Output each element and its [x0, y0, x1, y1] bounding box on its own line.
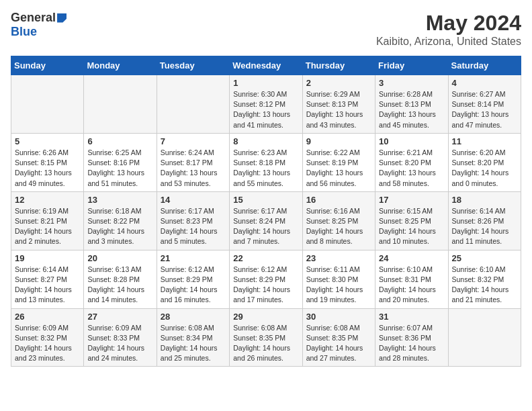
calendar-day-28: 28Sunrise: 6:08 AMSunset: 8:34 PMDayligh…	[157, 308, 229, 367]
header-day-thursday: Thursday	[302, 56, 375, 75]
day-number: 24	[379, 253, 444, 263]
calendar-day-27: 27Sunrise: 6:09 AMSunset: 8:33 PMDayligh…	[84, 308, 157, 367]
day-info: Sunrise: 6:12 AMSunset: 8:29 PMDaylight:…	[233, 265, 298, 306]
calendar-day-23: 23Sunrise: 6:11 AMSunset: 8:30 PMDayligh…	[302, 250, 375, 308]
day-number: 30	[306, 312, 371, 322]
calendar-day-4: 4Sunrise: 6:27 AMSunset: 8:14 PMDaylight…	[448, 75, 521, 134]
calendar-week-5: 26Sunrise: 6:09 AMSunset: 8:32 PMDayligh…	[11, 308, 521, 367]
calendar-day-19: 19Sunrise: 6:14 AMSunset: 8:27 PMDayligh…	[11, 250, 84, 308]
calendar-day-7: 7Sunrise: 6:24 AMSunset: 8:17 PMDaylight…	[157, 133, 229, 191]
day-info: Sunrise: 6:14 AMSunset: 8:27 PMDaylight:…	[15, 265, 80, 306]
day-info: Sunrise: 6:12 AMSunset: 8:29 PMDaylight:…	[161, 265, 226, 306]
day-info: Sunrise: 6:19 AMSunset: 8:21 PMDaylight:…	[15, 206, 80, 247]
day-number: 3	[379, 78, 444, 88]
day-info: Sunrise: 6:10 AMSunset: 8:32 PMDaylight:…	[452, 265, 517, 306]
day-info: Sunrise: 6:15 AMSunset: 8:25 PMDaylight:…	[379, 206, 444, 247]
day-info: Sunrise: 6:22 AMSunset: 8:19 PMDaylight:…	[306, 148, 371, 189]
calendar-day-17: 17Sunrise: 6:15 AMSunset: 8:25 PMDayligh…	[375, 191, 448, 250]
day-info: Sunrise: 6:13 AMSunset: 8:28 PMDaylight:…	[87, 265, 152, 306]
logo-icon	[57, 13, 66, 23]
day-number: 17	[379, 195, 444, 205]
calendar-week-3: 12Sunrise: 6:19 AMSunset: 8:21 PMDayligh…	[11, 191, 521, 250]
day-number: 1	[233, 78, 298, 88]
calendar-day-3: 3Sunrise: 6:28 AMSunset: 8:13 PMDaylight…	[375, 75, 448, 134]
calendar-day-11: 11Sunrise: 6:20 AMSunset: 8:20 PMDayligh…	[448, 133, 521, 191]
calendar-day-16: 16Sunrise: 6:16 AMSunset: 8:25 PMDayligh…	[302, 191, 375, 250]
calendar-day-14: 14Sunrise: 6:17 AMSunset: 8:23 PMDayligh…	[157, 191, 229, 250]
calendar-day-26: 26Sunrise: 6:09 AMSunset: 8:32 PMDayligh…	[11, 308, 84, 367]
day-info: Sunrise: 6:14 AMSunset: 8:26 PMDaylight:…	[452, 206, 517, 247]
day-info: Sunrise: 6:08 AMSunset: 8:34 PMDaylight:…	[161, 323, 226, 364]
day-info: Sunrise: 6:18 AMSunset: 8:22 PMDaylight:…	[87, 206, 152, 247]
header: General Blue May 2024 Kaibito, Arizona, …	[11, 11, 521, 48]
day-info: Sunrise: 6:29 AMSunset: 8:13 PMDaylight:…	[306, 89, 371, 130]
day-number: 29	[233, 312, 298, 322]
header-day-saturday: Saturday	[448, 56, 521, 75]
header-day-friday: Friday	[375, 56, 448, 75]
day-number: 2	[306, 78, 371, 88]
empty-cell	[84, 75, 157, 134]
day-info: Sunrise: 6:08 AMSunset: 8:35 PMDaylight:…	[233, 323, 298, 364]
day-number: 13	[87, 195, 152, 205]
day-number: 11	[452, 136, 517, 146]
day-info: Sunrise: 6:07 AMSunset: 8:36 PMDaylight:…	[379, 323, 444, 364]
header-day-sunday: Sunday	[11, 56, 84, 75]
calendar-day-2: 2Sunrise: 6:29 AMSunset: 8:13 PMDaylight…	[302, 75, 375, 134]
day-info: Sunrise: 6:09 AMSunset: 8:32 PMDaylight:…	[15, 323, 80, 364]
day-number: 5	[15, 136, 80, 146]
day-number: 23	[306, 253, 371, 263]
header-day-monday: Monday	[84, 56, 157, 75]
day-number: 6	[87, 136, 152, 146]
day-number: 8	[233, 136, 298, 146]
day-info: Sunrise: 6:23 AMSunset: 8:18 PMDaylight:…	[233, 148, 298, 189]
logo: General Blue	[11, 11, 66, 39]
day-info: Sunrise: 6:30 AMSunset: 8:12 PMDaylight:…	[233, 89, 298, 130]
day-number: 10	[379, 136, 444, 146]
day-number: 14	[161, 195, 226, 205]
main-title: May 2024	[376, 11, 521, 36]
calendar-week-2: 5Sunrise: 6:26 AMSunset: 8:15 PMDaylight…	[11, 133, 521, 191]
day-info: Sunrise: 6:25 AMSunset: 8:16 PMDaylight:…	[87, 148, 152, 189]
logo-general: General	[11, 11, 56, 25]
calendar-day-10: 10Sunrise: 6:21 AMSunset: 8:20 PMDayligh…	[375, 133, 448, 191]
calendar-day-24: 24Sunrise: 6:10 AMSunset: 8:31 PMDayligh…	[375, 250, 448, 308]
empty-cell	[11, 75, 84, 134]
day-number: 31	[379, 312, 444, 322]
day-number: 20	[87, 253, 152, 263]
day-number: 27	[87, 312, 152, 322]
calendar-day-22: 22Sunrise: 6:12 AMSunset: 8:29 PMDayligh…	[230, 250, 302, 308]
calendar-day-1: 1Sunrise: 6:30 AMSunset: 8:12 PMDaylight…	[230, 75, 302, 134]
calendar-header-row: SundayMondayTuesdayWednesdayThursdayFrid…	[11, 56, 521, 75]
calendar-day-13: 13Sunrise: 6:18 AMSunset: 8:22 PMDayligh…	[84, 191, 157, 250]
calendar-day-15: 15Sunrise: 6:17 AMSunset: 8:24 PMDayligh…	[230, 191, 302, 250]
calendar-day-21: 21Sunrise: 6:12 AMSunset: 8:29 PMDayligh…	[157, 250, 229, 308]
day-number: 7	[161, 136, 226, 146]
calendar-day-20: 20Sunrise: 6:13 AMSunset: 8:28 PMDayligh…	[84, 250, 157, 308]
calendar-day-29: 29Sunrise: 6:08 AMSunset: 8:35 PMDayligh…	[230, 308, 302, 367]
logo-blue: Blue	[11, 25, 37, 39]
day-number: 9	[306, 136, 371, 146]
calendar-day-12: 12Sunrise: 6:19 AMSunset: 8:21 PMDayligh…	[11, 191, 84, 250]
day-info: Sunrise: 6:28 AMSunset: 8:13 PMDaylight:…	[379, 89, 444, 130]
calendar-day-8: 8Sunrise: 6:23 AMSunset: 8:18 PMDaylight…	[230, 133, 302, 191]
day-number: 19	[15, 253, 80, 263]
empty-cell	[157, 75, 229, 134]
day-number: 22	[233, 253, 298, 263]
day-info: Sunrise: 6:11 AMSunset: 8:30 PMDaylight:…	[306, 265, 371, 306]
calendar: SundayMondayTuesdayWednesdayThursdayFrid…	[11, 56, 521, 367]
day-number: 15	[233, 195, 298, 205]
day-info: Sunrise: 6:27 AMSunset: 8:14 PMDaylight:…	[452, 89, 517, 130]
day-info: Sunrise: 6:10 AMSunset: 8:31 PMDaylight:…	[379, 265, 444, 306]
calendar-day-5: 5Sunrise: 6:26 AMSunset: 8:15 PMDaylight…	[11, 133, 84, 191]
day-info: Sunrise: 6:09 AMSunset: 8:33 PMDaylight:…	[87, 323, 152, 364]
day-number: 28	[161, 312, 226, 322]
calendar-day-30: 30Sunrise: 6:08 AMSunset: 8:35 PMDayligh…	[302, 308, 375, 367]
calendar-day-25: 25Sunrise: 6:10 AMSunset: 8:32 PMDayligh…	[448, 250, 521, 308]
day-info: Sunrise: 6:24 AMSunset: 8:17 PMDaylight:…	[161, 148, 226, 189]
day-info: Sunrise: 6:08 AMSunset: 8:35 PMDaylight:…	[306, 323, 371, 364]
calendar-day-9: 9Sunrise: 6:22 AMSunset: 8:19 PMDaylight…	[302, 133, 375, 191]
calendar-week-1: 1Sunrise: 6:30 AMSunset: 8:12 PMDaylight…	[11, 75, 521, 134]
day-info: Sunrise: 6:17 AMSunset: 8:23 PMDaylight:…	[161, 206, 226, 247]
day-info: Sunrise: 6:26 AMSunset: 8:15 PMDaylight:…	[15, 148, 80, 189]
header-day-tuesday: Tuesday	[157, 56, 229, 75]
